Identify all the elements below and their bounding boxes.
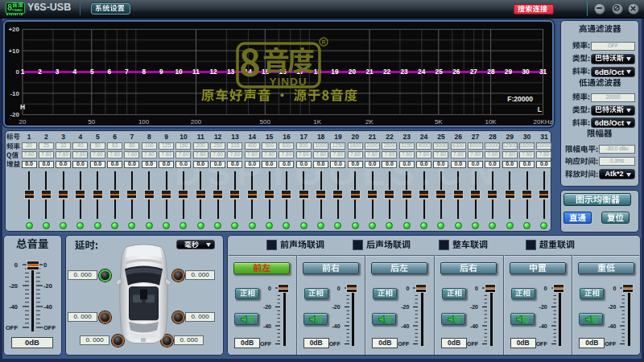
svg-text:L: L (538, 105, 542, 113)
svg-text:100: 100 (138, 118, 150, 125)
svg-text:22: 22 (383, 68, 391, 76)
svg-text:27: 27 (470, 68, 478, 76)
svg-text:12: 12 (209, 68, 217, 76)
svg-text:3: 3 (56, 68, 60, 76)
svg-text:2: 2 (38, 68, 42, 76)
svg-text:19: 19 (331, 68, 339, 76)
svg-text:7: 7 (125, 68, 129, 76)
svg-text:1K: 1K (313, 118, 321, 125)
svg-text:0: 0 (16, 68, 20, 76)
svg-text:H: H (20, 103, 25, 111)
svg-text:10K: 10K (485, 118, 497, 125)
svg-text:8: 8 (142, 68, 146, 76)
svg-text:6: 6 (107, 68, 111, 76)
svg-text:29: 29 (505, 68, 513, 76)
svg-text:24: 24 (418, 68, 426, 76)
svg-text:26: 26 (452, 68, 460, 76)
svg-text:F:20000: F:20000 (507, 95, 533, 103)
svg-text:21: 21 (365, 68, 374, 76)
svg-text:-10: -10 (10, 90, 19, 97)
svg-text:500: 500 (260, 118, 271, 125)
svg-text:5: 5 (90, 68, 94, 76)
svg-text:5K: 5K (435, 118, 443, 125)
svg-text:23: 23 (400, 68, 408, 76)
svg-text:+10: +10 (8, 47, 19, 55)
svg-text:200: 200 (191, 118, 202, 125)
svg-text:4: 4 (72, 68, 76, 76)
svg-text:R: R (321, 39, 325, 45)
svg-text:20: 20 (19, 118, 27, 125)
svg-text:31: 31 (539, 68, 547, 76)
svg-text:11: 11 (192, 68, 200, 76)
svg-text:20: 20 (349, 68, 357, 76)
svg-text:50: 50 (88, 118, 95, 125)
svg-text:2K: 2K (365, 118, 374, 125)
svg-text:13: 13 (227, 68, 235, 76)
svg-text:+20: +20 (8, 26, 19, 33)
svg-text:9: 9 (159, 68, 163, 76)
svg-text:25: 25 (436, 68, 444, 76)
svg-text:20KHz: 20KHz (533, 118, 552, 125)
svg-text:10: 10 (175, 68, 183, 76)
svg-text:30: 30 (522, 68, 530, 76)
svg-text:1: 1 (21, 68, 25, 76)
svg-text:28: 28 (487, 68, 495, 76)
